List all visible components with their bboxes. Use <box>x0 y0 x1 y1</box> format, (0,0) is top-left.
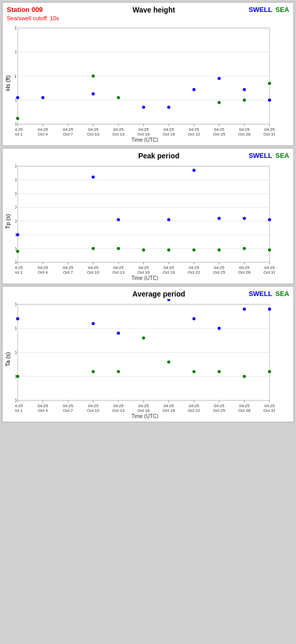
svg-text:Oct 19: Oct 19 <box>163 270 175 275</box>
svg-text:70: 70 <box>15 164 17 169</box>
svg-text:1.5: 1.5 <box>15 49 17 55</box>
svg-text:60: 60 <box>15 178 17 183</box>
svg-text:Oct 22: Oct 22 <box>188 408 200 413</box>
svg-point-127 <box>268 248 271 251</box>
svg-point-185 <box>167 360 170 364</box>
svg-point-126 <box>243 247 246 250</box>
svg-text:0: 0 <box>15 398 17 403</box>
svg-text:04:25: 04:25 <box>239 265 250 270</box>
legend-sea: SEA <box>275 152 289 159</box>
y-axis-label-0: Hs (ft) <box>5 75 14 91</box>
svg-text:04:25: 04:25 <box>15 127 23 132</box>
svg-text:04:25: 04:25 <box>88 404 99 408</box>
legend-swell: SWELL <box>249 290 273 298</box>
svg-text:04:25: 04:25 <box>138 127 149 132</box>
svg-text:Oct 28: Oct 28 <box>238 408 251 413</box>
chart-svg-container-2: 05101520 04:25Oct 104:25Oct 404:25Oct 70… <box>15 299 291 420</box>
svg-text:Oct 4: Oct 4 <box>38 132 48 137</box>
chart-2: Average periodSWELL SEATa (s) 05101520 0… <box>2 286 294 422</box>
svg-text:Oct 16: Oct 16 <box>138 408 150 413</box>
chart-title-1: Peak period <box>69 152 249 160</box>
svg-text:Oct 1: Oct 1 <box>15 132 23 137</box>
svg-text:04:25: 04:25 <box>164 265 174 270</box>
svg-text:04:25: 04:25 <box>88 127 99 132</box>
chart-body-2: Ta (s) 05101520 04:25Oct 104:25Oct 404:2… <box>5 299 291 420</box>
svg-text:Time (UTC): Time (UTC) <box>131 137 158 142</box>
svg-text:04:25: 04:25 <box>88 265 99 270</box>
svg-point-53 <box>268 99 271 102</box>
svg-point-124 <box>193 248 196 251</box>
svg-point-177 <box>193 317 196 320</box>
svg-text:04:25: 04:25 <box>113 404 124 408</box>
svg-point-48 <box>142 106 145 109</box>
svg-text:Oct 10: Oct 10 <box>87 270 100 275</box>
svg-text:Oct 28: Oct 28 <box>238 132 251 137</box>
svg-text:04:25: 04:25 <box>37 404 48 408</box>
svg-point-181 <box>16 375 19 378</box>
svg-point-179 <box>243 307 246 311</box>
svg-point-122 <box>142 248 145 251</box>
y-axis-label-2: Ta (s) <box>5 352 14 367</box>
svg-text:1: 1 <box>15 74 17 79</box>
cutoff-info: Sea/swell cutoff: 10s <box>7 15 59 22</box>
svg-text:04:25: 04:25 <box>264 404 275 408</box>
svg-text:50: 50 <box>15 191 17 196</box>
svg-text:04:25: 04:25 <box>239 127 250 132</box>
svg-point-175 <box>117 332 120 335</box>
station-info: Station 009Sea/swell cutoff: 10s <box>7 6 59 22</box>
chart-body-0: Hs (ft) 00.511.52 04:25Oct 104:25Oct 404… <box>5 23 291 143</box>
svg-point-52 <box>243 88 246 91</box>
svg-point-117 <box>243 217 246 220</box>
svg-text:Oct 16: Oct 16 <box>138 270 150 275</box>
svg-text:04:25: 04:25 <box>37 265 48 270</box>
svg-text:04:25: 04:25 <box>37 127 48 132</box>
svg-text:04:25: 04:25 <box>214 265 225 270</box>
svg-point-50 <box>193 88 196 91</box>
svg-point-51 <box>218 77 221 80</box>
svg-text:Time (UTC): Time (UTC) <box>131 413 158 419</box>
svg-text:Oct 25: Oct 25 <box>213 132 225 137</box>
svg-text:04:25: 04:25 <box>264 127 275 132</box>
svg-text:04:25: 04:25 <box>164 127 174 132</box>
legend-0: SWELL SEA <box>249 6 289 14</box>
svg-point-184 <box>142 337 145 340</box>
chart-title-2: Average period <box>69 290 249 298</box>
legend-sea: SEA <box>275 290 289 298</box>
svg-text:Oct 28: Oct 28 <box>238 270 251 275</box>
svg-text:40: 40 <box>15 205 17 210</box>
y-axis-label-1: Tp (s) <box>5 214 14 229</box>
svg-text:04:25: 04:25 <box>15 265 23 270</box>
svg-point-176 <box>167 299 170 301</box>
svg-text:04:25: 04:25 <box>113 265 124 270</box>
svg-text:Oct 1: Oct 1 <box>15 408 23 413</box>
svg-point-115 <box>193 169 196 172</box>
svg-rect-68 <box>18 166 270 262</box>
svg-text:04:25: 04:25 <box>63 265 74 270</box>
svg-text:04:25: 04:25 <box>15 404 23 408</box>
svg-point-188 <box>243 375 246 378</box>
chart-body-1: Tp (s) 010203040506070 04:25Oct 104:25Oc… <box>5 161 291 281</box>
legend-1: SWELL SEA <box>249 152 289 159</box>
svg-text:04:25: 04:25 <box>214 127 225 132</box>
svg-text:0: 0 <box>15 122 17 127</box>
svg-point-114 <box>167 218 170 221</box>
svg-text:04:25: 04:25 <box>189 404 199 408</box>
svg-text:Oct 19: Oct 19 <box>163 408 175 413</box>
svg-point-59 <box>268 82 271 85</box>
svg-point-58 <box>243 99 246 102</box>
svg-text:04:25: 04:25 <box>63 404 74 408</box>
svg-text:Oct 1: Oct 1 <box>15 270 23 275</box>
svg-point-180 <box>268 307 271 311</box>
svg-text:04:25: 04:25 <box>63 127 74 132</box>
chart-svg-container-0: 00.511.52 04:25Oct 104:25Oct 404:25Oct 7… <box>15 23 291 143</box>
svg-text:Oct 4: Oct 4 <box>38 270 48 275</box>
svg-point-45 <box>16 96 19 99</box>
svg-point-173 <box>16 317 19 320</box>
svg-text:Oct 25: Oct 25 <box>213 270 225 275</box>
svg-point-56 <box>117 96 120 99</box>
svg-point-116 <box>218 217 221 220</box>
svg-point-49 <box>167 106 170 109</box>
svg-text:04:25: 04:25 <box>164 404 174 408</box>
svg-text:2: 2 <box>15 25 17 31</box>
svg-point-112 <box>92 176 95 179</box>
